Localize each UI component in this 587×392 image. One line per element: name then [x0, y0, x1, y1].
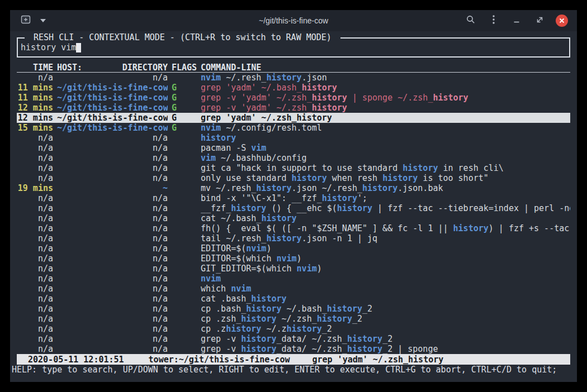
row-time: n/a — [17, 193, 53, 203]
row-time: n/a — [17, 304, 53, 314]
history-row[interactable]: n/an/anvim — [17, 274, 570, 284]
row-host: n/a — [57, 254, 168, 264]
search-button[interactable] — [464, 14, 477, 27]
history-row[interactable]: n/an/agit ca "hack in support to use sta… — [17, 163, 570, 173]
row-flags — [172, 213, 197, 223]
new-tab-button[interactable] — [19, 14, 32, 27]
row-host: n/a — [57, 73, 168, 83]
history-row[interactable]: n/an/ahistory — [17, 133, 570, 143]
row-time: n/a — [17, 203, 53, 213]
header-time: TIME — [17, 63, 53, 72]
status-location: tower:~/git/this-is-fine-cow — [149, 355, 290, 365]
history-row[interactable]: n/an/acat ~/.bash_history — [17, 213, 570, 223]
row-command: vim ~/.bashhub/config — [201, 153, 570, 163]
history-row[interactable]: n/an/agrep -v history_data/ ~/.zsh_histo… — [17, 334, 570, 344]
history-row[interactable]: n/an/abind -x '"\C-x1": __fzf_history'; — [17, 193, 570, 203]
row-command: fh() { eval $( ([ -n "$ZSH_NAME" ] && fc… — [201, 223, 570, 233]
row-command: GIT_EDITOR=$(which nvim) — [201, 264, 570, 274]
history-row[interactable]: 15 mins~/git/this-is-fine-cowGnvim ~/.co… — [17, 123, 570, 133]
chevron-down-icon — [40, 19, 46, 22]
row-time: n/a — [17, 264, 53, 274]
row-command: grep 'yadm' ~/.bash_history — [201, 83, 570, 93]
status-command: grep 'yadm' ~/.zsh_history — [312, 355, 443, 365]
history-row[interactable]: n/an/aGIT_EDITOR=$(which nvim) — [17, 264, 570, 274]
row-time: n/a — [17, 73, 53, 83]
row-flags — [172, 223, 197, 233]
history-row[interactable]: n/an/acp .zsh_history ~/.zsh_history_2 — [17, 314, 570, 324]
history-row[interactable]: n/an/acat .bash_history — [17, 294, 570, 304]
row-host: ~/git/this-is-fine-cow — [57, 83, 168, 93]
row-command: tail ~/.resh_history.json -n 1 | jq — [201, 233, 570, 243]
row-flags — [172, 233, 197, 243]
row-flags — [172, 284, 197, 294]
help-line: HELP: type to search, UP/DOWN to select,… — [12, 365, 570, 375]
row-host: n/a — [57, 314, 168, 324]
history-row[interactable]: n/an/apacman -S vim — [17, 143, 570, 153]
row-host: n/a — [57, 213, 168, 223]
history-row[interactable]: n/an/acp .zhistory ~/.zhistory_2 — [17, 324, 570, 334]
history-row[interactable]: 12 mins~/git/this-is-fine-cowGgrep 'yadm… — [17, 113, 570, 123]
history-row[interactable]: n/an/a__fzf_history () { __ehc $(history… — [17, 203, 570, 213]
row-host: n/a — [57, 173, 168, 183]
history-row[interactable]: n/an/agrep -v history_data/ ~/.zsh_histo… — [17, 344, 570, 354]
history-row[interactable]: 11 mins~/git/this-is-fine-cowGgrep -v 'y… — [17, 93, 570, 103]
history-row[interactable]: n/an/aonly use standard history when res… — [17, 173, 570, 183]
search-query-input[interactable]: history vim — [21, 42, 81, 52]
minimize-button[interactable] — [510, 14, 523, 27]
history-row[interactable]: n/an/afh() { eval $( ([ -n "$ZSH_NAME" ]… — [17, 223, 570, 233]
history-table: TIME HOST: DIRECTORY FLAGS COMMAND-LINE … — [17, 63, 570, 354]
row-host: n/a — [57, 324, 168, 334]
history-table-header: TIME HOST: DIRECTORY FLAGS COMMAND-LINE — [17, 63, 570, 73]
history-row[interactable]: n/an/awhich nvim — [17, 284, 570, 294]
row-time: n/a — [17, 173, 53, 183]
maximize-button[interactable] — [533, 14, 546, 27]
resh-mode-title: RESH CLI - CONTEXTUAL MODE - (CTRL+R to … — [25, 32, 340, 42]
history-row[interactable]: n/an/anvim ~/.resh_history.json — [17, 73, 570, 83]
history-row[interactable]: 19 mins~mv ~/.resh_history.json ~/.resh_… — [17, 183, 570, 193]
row-command: cat ~/.bash_history — [201, 213, 570, 223]
row-flags — [172, 294, 197, 304]
row-command: cp .bash_history ~/.bash_history_2 — [201, 304, 570, 314]
row-time: 15 mins — [17, 123, 53, 133]
status-datetime: 2020-05-11 12:01:51 — [28, 355, 124, 365]
history-row[interactable]: 12 mins~/git/this-is-fine-cowGgrep -v 'y… — [17, 103, 570, 113]
row-host: n/a — [57, 334, 168, 344]
row-command: grep -v history_data/ ~/.zsh_history_2 — [201, 334, 570, 344]
row-host: n/a — [57, 264, 168, 274]
row-time: n/a — [17, 133, 53, 143]
row-command: cat .bash_history — [201, 294, 570, 304]
row-host: n/a — [57, 153, 168, 163]
row-time: 19 mins — [17, 183, 53, 193]
row-time: n/a — [17, 233, 53, 243]
history-row[interactable]: n/an/aEDITOR=$(which nvim) — [17, 254, 570, 264]
history-row[interactable]: 11 mins~/git/this-is-fine-cowGgrep 'yadm… — [17, 83, 570, 93]
history-row[interactable]: n/an/aEDITOR=$(nvim) — [17, 243, 570, 254]
status-bar: 2020-05-11 12:01:51 tower:~/git/this-is-… — [17, 354, 570, 365]
header-flags: FLAGS — [172, 63, 197, 72]
row-host: n/a — [57, 243, 168, 254]
history-row[interactable]: n/an/avim ~/.bashhub/config — [17, 153, 570, 163]
search-query-text: history vim — [21, 42, 76, 52]
row-command: which nvim — [201, 284, 570, 294]
row-command: pacman -S vim — [201, 143, 570, 153]
row-flags — [172, 173, 197, 183]
row-time: 11 mins — [17, 83, 53, 93]
row-flags — [172, 203, 197, 213]
close-icon — [558, 16, 565, 26]
close-button[interactable] — [556, 15, 568, 27]
menu-button[interactable] — [487, 14, 500, 27]
row-time: n/a — [17, 324, 53, 334]
history-row[interactable]: n/an/acp .bash_history ~/.bash_history_2 — [17, 304, 570, 314]
new-tab-dropdown-button[interactable] — [36, 14, 50, 27]
row-command: nvim ~/.config/resh.toml — [201, 123, 570, 133]
row-flags — [172, 163, 197, 173]
row-time: 12 mins — [17, 113, 53, 123]
row-host: n/a — [57, 163, 168, 173]
row-flags — [172, 153, 197, 163]
row-flags — [172, 143, 197, 153]
row-time: n/a — [17, 163, 53, 173]
history-row[interactable]: n/an/atail ~/.resh_history.json -n 1 | j… — [17, 233, 570, 243]
row-flags — [172, 264, 197, 274]
row-flags — [172, 183, 197, 193]
row-host: n/a — [57, 304, 168, 314]
